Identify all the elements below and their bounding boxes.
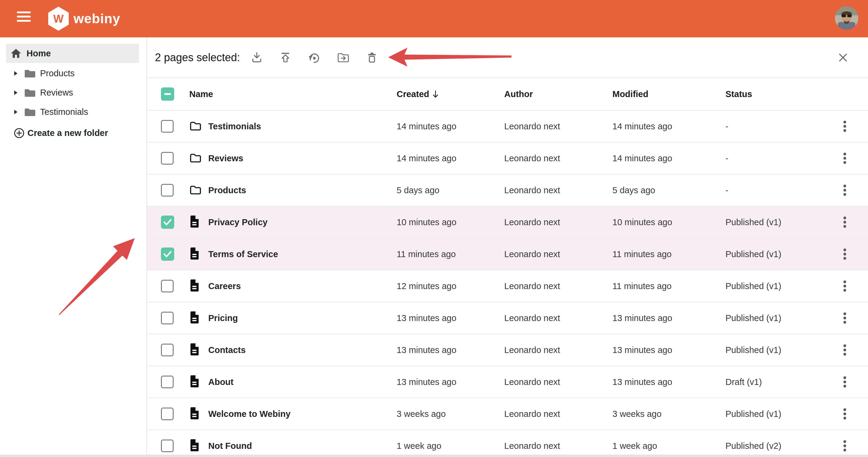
page-icon <box>189 215 199 230</box>
checkmark-icon <box>163 250 172 258</box>
row-checkbox[interactable] <box>161 439 174 452</box>
create-new-folder-button[interactable]: Create a new folder <box>0 123 147 143</box>
window-bottom-edge <box>0 455 868 457</box>
row-name[interactable]: Careers <box>208 281 241 291</box>
table-row[interactable]: About 13 minutes ago Leonardo next 13 mi… <box>147 366 868 398</box>
row-checkbox[interactable] <box>161 312 174 324</box>
table-row[interactable]: Welcome to Webiny 3 weeks ago Leonardo n… <box>147 398 868 430</box>
column-header-status[interactable]: Status <box>725 89 752 99</box>
column-header-modified[interactable]: Modified <box>613 89 648 99</box>
sidebar-item-home[interactable]: Home <box>6 44 139 63</box>
table-row[interactable]: Pricing 13 minutes ago Leonardo next 13 … <box>147 302 868 334</box>
hamburger-menu-icon[interactable] <box>17 11 31 26</box>
row-status: - <box>725 153 728 163</box>
row-created: 11 minutes ago <box>397 249 456 259</box>
chevron-right-icon[interactable] <box>14 110 18 115</box>
page-icon <box>189 279 199 293</box>
user-avatar[interactable] <box>835 6 858 30</box>
row-name[interactable]: Terms of Service <box>208 249 278 259</box>
create-folder-label: Create a new folder <box>27 128 108 138</box>
webiny-hexagon-icon: W <box>48 7 69 31</box>
kebab-menu-icon[interactable] <box>843 151 847 165</box>
sidebar-folder-item[interactable]: Products <box>0 64 147 83</box>
row-name[interactable]: Not Found <box>208 441 252 451</box>
kebab-menu-icon[interactable] <box>843 375 847 389</box>
folder-icon <box>24 107 36 117</box>
row-status: Published (v2) <box>725 441 781 451</box>
row-checkbox[interactable] <box>161 216 174 229</box>
plus-circle-icon <box>14 128 24 139</box>
row-name[interactable]: Products <box>208 185 246 195</box>
folder-icon <box>189 152 202 164</box>
row-checkbox[interactable] <box>161 375 174 388</box>
kebab-menu-icon[interactable] <box>843 215 847 229</box>
row-author: Leonardo next <box>504 281 560 291</box>
table-row[interactable]: Terms of Service 11 minutes ago Leonardo… <box>147 239 868 270</box>
row-checkbox[interactable] <box>161 184 174 196</box>
sidebar-folder-list: Products Reviews Testimonials <box>0 64 147 121</box>
delete-icon[interactable] <box>365 51 378 64</box>
page-icon <box>189 407 199 421</box>
row-checkbox[interactable] <box>161 152 174 164</box>
table-row[interactable]: Reviews 14 minutes ago Leonardo next 14 … <box>147 143 868 175</box>
column-header-author[interactable]: Author <box>504 89 533 99</box>
row-checkbox[interactable] <box>161 247 174 261</box>
row-modified: 13 minutes ago <box>613 345 672 355</box>
table-row[interactable]: Not Found 1 week ago Leonardo next 1 wee… <box>147 430 868 457</box>
top-app-bar: W webiny <box>0 0 868 37</box>
row-name[interactable]: Contacts <box>208 345 246 355</box>
row-modified: 13 minutes ago <box>613 313 672 323</box>
page-table-body: Testimonials 14 minutes ago Leonardo nex… <box>147 111 868 457</box>
row-created: 13 minutes ago <box>397 313 456 323</box>
row-name[interactable]: Privacy Policy <box>208 217 268 227</box>
row-name[interactable]: About <box>208 377 234 387</box>
unpublish-restore-icon[interactable] <box>307 51 321 64</box>
kebab-menu-icon[interactable] <box>843 311 847 325</box>
table-row[interactable]: Privacy Policy 10 minutes ago Leonardo n… <box>147 207 868 239</box>
kebab-menu-icon[interactable] <box>843 279 847 293</box>
table-row[interactable]: Careers 12 minutes ago Leonardo next 11 … <box>147 270 868 302</box>
page-list-panel: 2 pages selected: <box>147 37 868 455</box>
kebab-menu-icon[interactable] <box>843 183 847 197</box>
chevron-right-icon[interactable] <box>14 71 18 76</box>
row-status: - <box>725 121 728 131</box>
publish-icon[interactable] <box>279 51 292 64</box>
logo-letter: W <box>53 13 64 25</box>
row-status: Published (v1) <box>725 313 781 323</box>
kebab-menu-icon[interactable] <box>843 407 847 421</box>
row-checkbox[interactable] <box>161 120 174 133</box>
chevron-right-icon[interactable] <box>14 90 18 95</box>
kebab-menu-icon[interactable] <box>843 247 847 261</box>
table-row[interactable]: Contacts 13 minutes ago Leonardo next 13… <box>147 334 868 366</box>
row-modified: 11 minutes ago <box>613 249 672 259</box>
row-checkbox[interactable] <box>161 344 174 356</box>
row-name[interactable]: Testimonials <box>208 121 261 131</box>
sidebar-home-label: Home <box>27 49 51 59</box>
table-row[interactable]: Products 5 days ago Leonardo next 5 days… <box>147 175 868 207</box>
select-all-checkbox[interactable] <box>161 87 174 101</box>
column-header-name[interactable]: Name <box>189 89 213 99</box>
table-row[interactable]: Testimonials 14 minutes ago Leonardo nex… <box>147 111 868 143</box>
move-to-folder-icon[interactable] <box>337 51 350 64</box>
row-checkbox[interactable] <box>161 407 174 420</box>
row-name[interactable]: Reviews <box>208 153 243 163</box>
row-modified: 5 days ago <box>613 185 655 195</box>
download-icon[interactable] <box>250 51 264 64</box>
sidebar-folder-item[interactable]: Reviews <box>0 83 147 102</box>
kebab-menu-icon[interactable] <box>843 119 847 133</box>
kebab-menu-icon[interactable] <box>843 439 847 453</box>
sidebar-folder-label: Products <box>40 68 74 79</box>
close-icon[interactable] <box>838 53 848 62</box>
column-header-created[interactable]: Created <box>397 89 439 99</box>
row-author: Leonardo next <box>504 121 560 131</box>
row-author: Leonardo next <box>504 217 560 227</box>
kebab-menu-icon[interactable] <box>843 343 847 357</box>
row-name[interactable]: Welcome to Webiny <box>208 409 290 419</box>
sidebar-folder-item[interactable]: Testimonials <box>0 102 147 121</box>
folder-icon <box>189 120 202 132</box>
row-name[interactable]: Pricing <box>208 313 238 323</box>
row-modified: 14 minutes ago <box>613 121 672 131</box>
webiny-logo[interactable]: W webiny <box>48 6 120 31</box>
row-checkbox[interactable] <box>161 280 174 293</box>
sidebar-folder-label: Reviews <box>40 88 73 98</box>
